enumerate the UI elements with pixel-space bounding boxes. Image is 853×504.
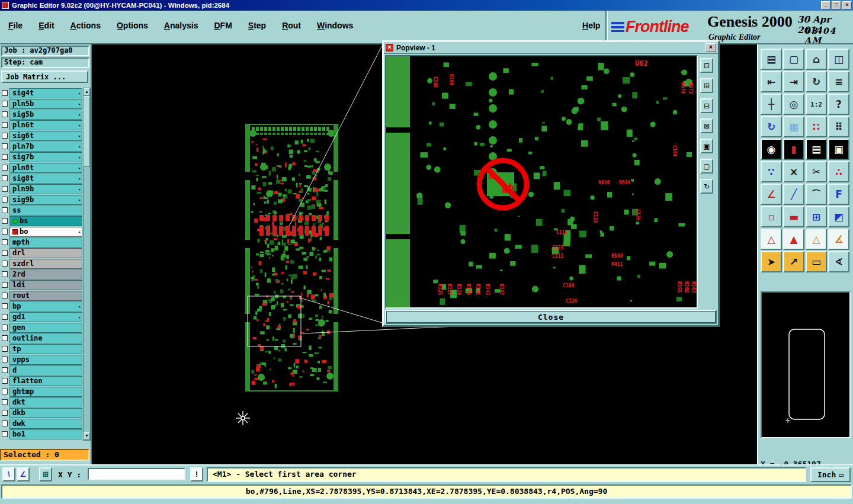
layer-label-ss[interactable]: ss — [9, 206, 82, 216]
layer-row-szdrl[interactable]: szdrl — [1, 258, 82, 269]
scroll-down-icon[interactable]: ▼ — [84, 432, 90, 440]
layer-scrollbar[interactable]: ▲ ▼ — [83, 88, 91, 441]
menu-rout[interactable]: Rout — [282, 21, 301, 30]
layer-checkbox-drl[interactable] — [2, 250, 8, 256]
net-points-button[interactable]: ∵ — [761, 161, 782, 182]
layer-label-dkt[interactable]: dkt — [9, 397, 82, 407]
layer-label-pln5b[interactable]: pln5b◂ — [9, 99, 82, 109]
layer-checkbox-tp[interactable] — [2, 346, 8, 352]
menu-step[interactable]: Step — [248, 21, 266, 30]
layer-checkbox-sig7b[interactable] — [2, 154, 8, 160]
layer-checkbox-sig8t[interactable] — [2, 175, 8, 181]
home-view-button[interactable]: ⌂ — [806, 49, 827, 70]
layer-checkbox-bo[interactable] — [2, 229, 8, 235]
target-button[interactable]: ◉ — [761, 139, 782, 160]
layer-checkbox-pln9b[interactable] — [2, 186, 8, 192]
layer-checkbox-rout[interactable] — [2, 293, 8, 298]
layer-row-vpps[interactable]: vpps — [1, 354, 82, 365]
pad-tool-button[interactable]: ▫ — [761, 206, 782, 227]
line-tool-button[interactable]: ╱ — [783, 184, 804, 205]
layer-checkbox-bs[interactable] — [2, 218, 8, 224]
close-button[interactable]: × — [842, 1, 852, 9]
job-matrix-button[interactable]: Job Matrix ... — [1, 70, 88, 83]
layer-label-mpth[interactable]: mpth — [9, 237, 82, 248]
layer-checkbox-szdrl[interactable] — [2, 261, 8, 267]
layer-label-gd1[interactable]: gd1◂ — [9, 312, 82, 322]
layer-row-sig7b[interactable]: sig7b◂ — [1, 152, 82, 162]
layer-checkbox-ghtmp[interactable] — [2, 389, 8, 394]
triangle-outline-button[interactable]: △ — [761, 229, 782, 250]
menu-options[interactable]: Options — [117, 21, 148, 30]
scroll-up-icon[interactable]: ▲ — [84, 88, 90, 96]
layer-row-ghtmp[interactable]: ghtmp — [1, 386, 82, 397]
layer-row-pln9b[interactable]: pln9b◂ — [1, 184, 82, 194]
layer-checkbox-dkt[interactable] — [2, 399, 8, 405]
layer-label-bo[interactable]: bo◂ — [9, 227, 82, 237]
menu-help[interactable]: Help — [582, 21, 600, 30]
layer-checkbox-2rd[interactable] — [2, 271, 8, 277]
layer-label-sig5b[interactable]: sig5b◂ — [9, 110, 82, 120]
xy-input[interactable] — [88, 468, 185, 480]
layer-row-2rd[interactable]: 2rd — [1, 269, 82, 280]
layer-row-pln6t[interactable]: pln6t◂ — [1, 120, 82, 130]
layer-checkbox-flatten[interactable] — [2, 378, 8, 384]
menu-windows[interactable]: Windows — [317, 21, 353, 30]
layer-checkbox-mpth[interactable] — [2, 239, 8, 245]
pan-right-button[interactable]: ⇥ — [783, 71, 804, 92]
layer-checkbox-pln5b[interactable] — [2, 101, 8, 107]
layer-checkbox-pln6t[interactable] — [2, 122, 8, 128]
text-tool-button[interactable]: F — [828, 184, 849, 205]
layer-label-drl[interactable]: drl — [9, 248, 82, 258]
layer-row-bp[interactable]: bp◂ — [1, 301, 82, 312]
cut-button[interactable]: ✂ — [806, 161, 827, 182]
layer-row-pln8t[interactable]: pln8t◂ — [1, 162, 82, 173]
layer-label-pln8t[interactable]: pln8t◂ — [9, 163, 82, 173]
layer-row-tp[interactable]: tp — [1, 344, 82, 354]
angle-tool-button[interactable]: ∠ — [761, 184, 782, 205]
layer-checkbox-d[interactable] — [2, 367, 8, 373]
popview-snapshot-button[interactable]: ▣ — [700, 139, 713, 153]
layer-checkbox-pln8t[interactable] — [2, 165, 8, 171]
screen-view-button[interactable]: ▢ — [783, 49, 804, 70]
popview-window-button[interactable]: ⊠ — [700, 118, 713, 133]
ruler-button[interactable]: ▤ — [806, 139, 827, 160]
popview-zoom-out-button[interactable]: ⊟ — [700, 98, 713, 113]
layer-label-flatten[interactable]: flatten — [9, 376, 82, 386]
popview-clear-button[interactable]: ▢ — [700, 159, 713, 174]
copy-region-button[interactable]: ⊞ — [806, 206, 827, 227]
board-overview-panel[interactable] — [761, 291, 851, 438]
layer-row-sig9b[interactable]: sig9b◂ — [1, 194, 82, 205]
layer-row-mpth[interactable]: mpth — [1, 237, 82, 248]
layer-checkbox-bp[interactable] — [2, 303, 8, 309]
delete-button[interactable]: × — [783, 161, 804, 182]
maximize-button[interactable]: □ — [832, 1, 841, 9]
center-view-button[interactable]: ┼ — [761, 94, 782, 115]
layer-label-pln7b[interactable]: pln7b◂ — [9, 142, 82, 152]
units-button[interactable]: Inch ▭ — [810, 467, 851, 482]
popview-fit-button[interactable]: ⊡ — [700, 58, 713, 73]
color-dots-button[interactable]: ∷ — [806, 116, 827, 137]
pointer-angle-button[interactable]: ∢ — [828, 251, 849, 272]
layer-label-bs[interactable]: bs — [9, 216, 82, 226]
layer-label-sig7b[interactable]: sig7b◂ — [9, 152, 82, 162]
layer-label-dwk[interactable]: dwk — [9, 419, 82, 429]
layer-checkbox-ss[interactable] — [2, 207, 8, 213]
layer-label-tp[interactable]: tp — [9, 344, 82, 354]
menu-file[interactable]: File — [8, 21, 23, 30]
layer-row-dkt[interactable]: dkt — [1, 397, 82, 407]
layer-row-flatten[interactable]: flatten — [1, 375, 82, 386]
popview-pcb-view[interactable]: h U62C280R369R674R673C104R686R684C133C13… — [385, 55, 698, 309]
layer-row-bo1[interactable]: bo1 — [1, 429, 82, 439]
popview-close-icon[interactable]: × — [706, 43, 716, 52]
layer-label-bo1[interactable]: bo1 — [9, 429, 82, 439]
grid-toggle-button[interactable]: ⊞ — [39, 467, 52, 481]
layer-checkbox-bo1[interactable] — [2, 431, 8, 437]
snap-angle-button[interactable]: ∠ — [17, 467, 30, 481]
popview-close-button[interactable]: Close — [385, 310, 717, 324]
trace-tool-button[interactable]: ▬ — [783, 206, 804, 227]
layer-label-ghtmp[interactable]: ghtmp — [9, 387, 82, 397]
layer-checkbox-outline[interactable] — [2, 335, 8, 341]
popview-titlebar[interactable]: ✕ Popview - 1 × — [384, 42, 718, 54]
alert-button[interactable]: ! — [190, 467, 203, 481]
layer-row-bs[interactable]: bs — [1, 216, 82, 226]
